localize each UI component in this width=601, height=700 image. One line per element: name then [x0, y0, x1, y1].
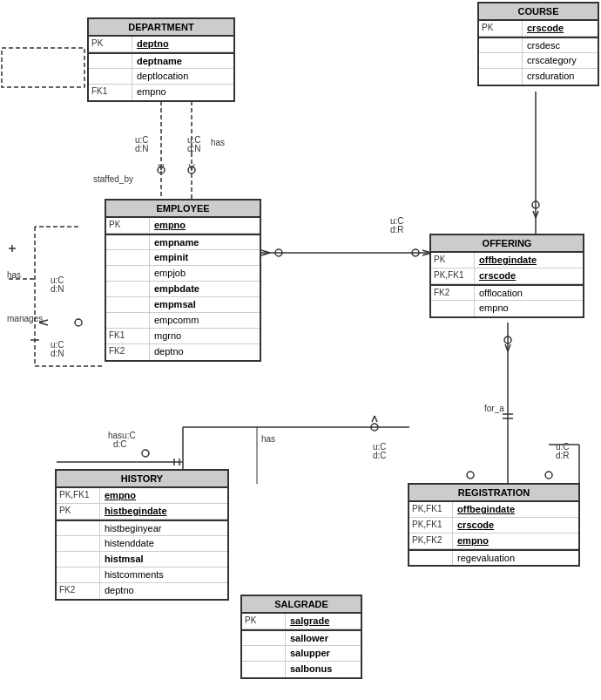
off-pk-row2: PK,FK1 crscode	[431, 268, 583, 284]
dept-empno: empno	[132, 85, 233, 100]
hist-histbegindate: histbegindate	[100, 504, 227, 519]
course-entity: COURSE PK crscode crsdesc crscategory cr…	[477, 2, 599, 86]
off-offlocation: offlocation	[475, 286, 583, 300]
course-crscategory-row: crscategory	[479, 53, 598, 69]
emp-deptno-row: FK2 deptno	[106, 344, 260, 360]
department-entity: DEPARTMENT PK deptno deptname deptlocati…	[87, 17, 235, 102]
salgrade-entity: SALGRADE PK salgrade sallower salupper s…	[240, 595, 362, 679]
hist-histmsal: histmsal	[100, 552, 227, 567]
course-title: COURSE	[479, 3, 598, 21]
label-has-left: has	[7, 270, 21, 280]
sal-salupper-row: salupper	[242, 646, 361, 662]
svg-line-22	[192, 164, 194, 170]
emp-mgrno: mgrno	[150, 329, 260, 343]
dept-deptlocation-row: deptlocation	[89, 69, 233, 85]
offering-title: OFFERING	[431, 235, 583, 253]
emp-deptno: deptno	[150, 344, 260, 360]
reg-crscode: crscode	[453, 518, 578, 533]
course-crsdesc-row: crsdesc	[479, 37, 598, 53]
employee-title: EMPLOYEE	[106, 200, 260, 218]
off-empno-row: empno	[431, 301, 583, 316]
registration-title: REGISTRATION	[409, 485, 578, 502]
svg-rect-16	[2, 48, 84, 87]
svg-line-21	[189, 164, 192, 170]
off-empno: empno	[475, 301, 583, 316]
emp-empcomm: empcomm	[150, 313, 260, 328]
svg-point-17	[158, 167, 165, 173]
course-crsdesc: crsdesc	[523, 38, 598, 52]
sal-salgrade: salgrade	[286, 614, 361, 629]
svg-point-20	[188, 167, 195, 173]
svg-line-44	[508, 344, 510, 351]
svg-line-51	[375, 416, 377, 422]
emp-empinit-row: empinit	[106, 250, 260, 266]
emp-pk-row: PK empno	[106, 218, 260, 234]
emp-empmsal-row: empmsal	[106, 297, 260, 313]
emp-empcomm-row: empcomm	[106, 313, 260, 329]
off-offbegindate: offbegindate	[475, 253, 583, 268]
svg-point-47	[142, 450, 149, 457]
course-crscode: crscode	[523, 21, 598, 36]
svg-line-40	[533, 211, 536, 218]
label-manages: manages	[7, 314, 43, 323]
emp-empbdate-row: empbdate	[106, 282, 260, 297]
hist-pk-row2: PK histbegindate	[57, 504, 227, 520]
hist-histbeginyear-row: histbeginyear	[57, 520, 227, 536]
emp-empjob: empjob	[150, 266, 260, 281]
emp-mgrno-row: FK1 mgrno	[106, 329, 260, 344]
registration-entity: REGISTRATION PK,FK1 offbegindate PK,FK1 …	[408, 483, 580, 567]
course-crsduration-row: crsduration	[479, 69, 598, 85]
label-dn-2: d:N	[135, 144, 149, 153]
hist-deptno: deptno	[100, 583, 227, 599]
svg-point-45	[467, 472, 474, 479]
emp-empbdate: empbdate	[150, 282, 260, 296]
hist-histmsal-row: histmsal	[57, 552, 227, 567]
employee-entity: EMPLOYEE PK empno empname empinit empjob…	[105, 199, 261, 362]
dept-fk1-label: FK1	[89, 85, 132, 100]
svg-point-46	[545, 472, 552, 479]
sal-salbonus-row: salbonus	[242, 662, 361, 677]
hist-deptno-row: FK2 deptno	[57, 583, 227, 599]
svg-line-41	[536, 211, 538, 218]
reg-pk-row1: PK,FK1 offbegindate	[409, 502, 578, 518]
hist-pk-row1: PK,FK1 empno	[57, 488, 227, 504]
dept-pk-row: PK deptno	[89, 37, 233, 52]
off-pk-row1: PK offbegindate	[431, 253, 583, 268]
course-crscategory: crscategory	[523, 53, 598, 68]
reg-pk-row3: PK,FK2 empno	[409, 533, 578, 549]
label-dn-1: d:N	[187, 144, 201, 153]
emp-empinit: empinit	[150, 250, 260, 265]
hist-histcomments: histcomments	[100, 567, 227, 582]
reg-offbegindate: offbegindate	[453, 502, 578, 517]
reg-pk-row2: PK,FK1 crscode	[409, 518, 578, 533]
label-dr-4: d:R	[556, 451, 570, 460]
sal-sallower-row: sallower	[242, 629, 361, 646]
label-has-dept-emp: has	[211, 138, 225, 147]
hist-histcomments-row: histcomments	[57, 567, 227, 583]
svg-line-19	[161, 164, 164, 170]
erd-diagram: DEPARTMENT PK deptno deptname deptlocati…	[0, 0, 601, 700]
label-dc-2: d:C	[373, 451, 387, 460]
course-crsduration: crsduration	[523, 69, 598, 85]
svg-line-24	[261, 253, 270, 255]
emp-empno: empno	[150, 218, 260, 233]
sal-pk-row: PK salgrade	[242, 614, 361, 629]
label-dc-1: d:C	[113, 439, 127, 449]
hist-histbeginyear: histbeginyear	[100, 521, 227, 535]
sal-salbonus: salbonus	[286, 662, 361, 677]
label-dn-5: d:N	[51, 349, 64, 358]
svg-point-33	[75, 319, 82, 326]
reg-regevaluation-row: regevaluation	[409, 549, 578, 565]
svg-point-42	[504, 336, 511, 343]
sal-salupper: salupper	[286, 646, 361, 661]
dept-deptname-row: deptname	[89, 52, 233, 69]
course-pk-row: PK crscode	[479, 21, 598, 37]
department-title: DEPARTMENT	[89, 19, 233, 37]
svg-point-49	[371, 424, 378, 431]
offering-entity: OFFERING PK offbegindate PK,FK1 crscode …	[429, 234, 584, 318]
svg-line-18	[159, 164, 161, 170]
dept-deptlocation: deptlocation	[132, 69, 233, 84]
svg-line-43	[505, 344, 508, 351]
emp-empname: empname	[150, 235, 260, 249]
svg-point-39	[532, 201, 539, 208]
